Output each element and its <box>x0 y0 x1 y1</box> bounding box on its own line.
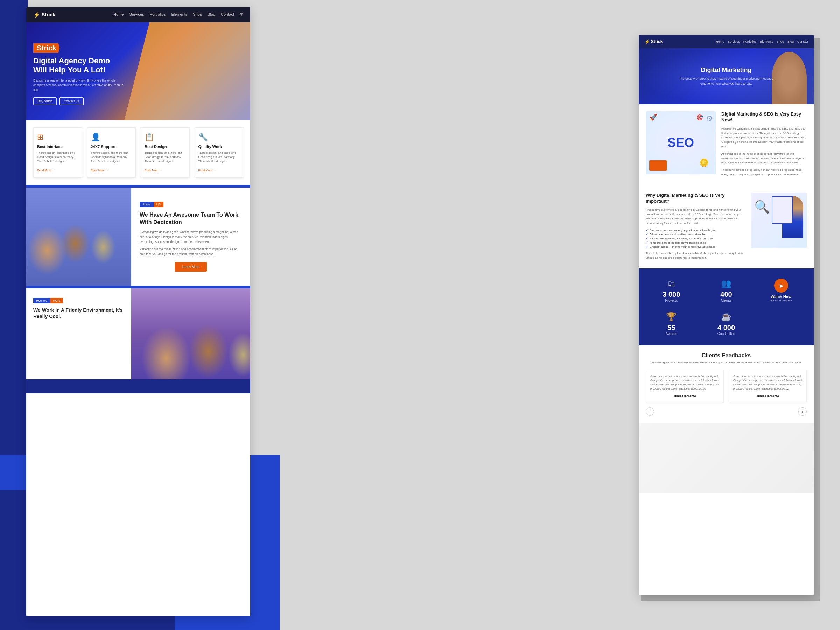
read-more-1[interactable]: Read More → <box>91 169 109 172</box>
buy-strick-button[interactable]: Buy Strick <box>33 97 57 105</box>
nav-home[interactable]: Home <box>114 12 123 17</box>
why-list-item-2: With encouragement, stimulus, and make t… <box>646 237 745 240</box>
right-nav-contact[interactable]: Contact <box>797 40 808 43</box>
right-website-mockup: ⚡ Strick Home Services Portfolios Elemen… <box>639 35 814 595</box>
feedback-section: Clients Feedbacks Everything we do is de… <box>639 346 814 423</box>
work-image <box>131 288 250 379</box>
target-icon: 🎯 <box>696 114 703 121</box>
learn-more-button[interactable]: Learn More <box>175 262 207 272</box>
stat-awards: 🏆 55 Awards <box>646 309 697 338</box>
prev-arrow[interactable]: ‹ <box>646 407 654 416</box>
right-hero-desc: The beauty of SEO is that, instead of pu… <box>677 77 775 86</box>
read-more-3[interactable]: Read More → <box>199 169 216 172</box>
clients-icon: 👥 <box>721 279 731 288</box>
left-website-mockup: ⚡ Strick Home Services Portfolios Elemen… <box>26 7 250 616</box>
read-more-0[interactable]: Read More → <box>37 169 55 172</box>
seo-desc-3: Therein he cannot be replaced, nor can h… <box>722 168 807 177</box>
why-content: Why Digital Marketing & SEO Is Very Impo… <box>646 193 745 263</box>
feedback-title: Clients Feedbacks <box>646 352 807 359</box>
seo-text: SEO <box>668 136 694 150</box>
hero-content: Strick Digital Agency Demo Will Help You… <box>33 43 124 105</box>
about-section: About US We Have An Awesome Team To Work… <box>26 188 250 286</box>
feedback-cards: Some of the classical videos are not pro… <box>646 369 807 403</box>
next-arrow[interactable]: › <box>798 407 807 416</box>
why-list: Employees are a company's greatest asset… <box>646 229 745 248</box>
right-logo: ⚡ Strick <box>644 39 663 44</box>
service-title-0: Best Interface <box>37 145 78 149</box>
clients-number: 400 <box>720 291 732 298</box>
nav-contact[interactable]: Contact <box>221 12 234 17</box>
work-tag: How we Work <box>33 298 63 303</box>
projects-number: 3 000 <box>663 291 680 298</box>
right-nav-portfolios[interactable]: Portfolios <box>744 40 757 43</box>
right-nav-services[interactable]: Services <box>728 40 740 43</box>
nav-blog[interactable]: Blog <box>208 12 215 17</box>
right-hero-person <box>772 52 807 104</box>
service-desc-0: There's design, and there isn't Good des… <box>37 151 78 163</box>
left-hero: Strick Digital Agency Demo Will Help You… <box>26 22 250 120</box>
projects-icon: 🗂 <box>667 279 676 288</box>
contact-us-button[interactable]: Contact us <box>60 97 84 105</box>
right-nav-blog[interactable]: Blog <box>788 40 794 43</box>
work-tag-orange: Work <box>50 298 63 303</box>
seo-illustration: ⚙ 🚀 🎯 🪙 SEO <box>646 111 716 174</box>
service-desc-1: There's design, and there isn't Good des… <box>91 151 132 163</box>
service-desc-2: There's design, and there isn't Good des… <box>145 151 186 163</box>
right-hero: Digital Marketing The beauty of SEO is t… <box>639 48 814 104</box>
play-button[interactable] <box>774 279 788 293</box>
coin-icon: 🪙 <box>699 158 709 167</box>
nav-services[interactable]: Services <box>129 12 144 17</box>
support-icon: 👤 <box>91 133 132 142</box>
stat-coffee: ☕ 4 000 Cup Coffee <box>701 309 752 338</box>
awards-icon: 🏆 <box>666 312 677 322</box>
why-illustration: 🔍 <box>751 193 807 248</box>
read-more-2[interactable]: Read More → <box>145 169 162 172</box>
right-nav-elements[interactable]: Elements <box>760 40 773 43</box>
bottom-strip <box>26 379 250 393</box>
about-desc-2: Perfection but the minimization and acco… <box>140 247 242 257</box>
feedback-subtitle: Everything we do is designed, whether we… <box>646 361 807 364</box>
blue-divider-2 <box>26 286 250 288</box>
right-nav-shop[interactable]: Shop <box>777 40 784 43</box>
nav-shop[interactable]: Shop <box>193 12 202 17</box>
service-title-1: 24X7 Support <box>91 145 132 149</box>
watch-now-title: Watch Now <box>771 295 791 299</box>
service-card-interface: ⊞ Best Interface There's design, and the… <box>33 127 82 178</box>
seo-title: Digital Marketing & SEO Is Very Easy Now… <box>722 111 807 123</box>
right-nav-links: Home Services Portfolios Elements Shop B… <box>716 40 808 43</box>
gear-icon: ⚙ <box>706 114 713 123</box>
hero-title: Digital Agency Demo Will Help You A Lot! <box>33 56 124 75</box>
projects-label: Projects <box>665 298 677 302</box>
awards-label: Awards <box>666 332 677 336</box>
seo-red-block <box>649 160 667 171</box>
about-tag: About US <box>140 202 242 207</box>
work-people <box>131 288 250 379</box>
left-nav-links: Home Services Portfolios Elements Shop B… <box>114 12 243 17</box>
feedback-navigation: ‹ › <box>646 407 807 416</box>
left-nav: ⚡ Strick Home Services Portfolios Elemen… <box>26 7 250 22</box>
about-content: About US We Have An Awesome Team To Work… <box>131 188 250 286</box>
hero-brand: Strick <box>33 43 60 53</box>
grid-icon: ⊞ <box>240 12 243 17</box>
seo-section: ⚙ 🚀 🎯 🪙 SEO Digital Marketing & SEO Is V… <box>639 104 814 187</box>
coffee-number: 4 000 <box>717 324 735 332</box>
why-title: Why Digital Marketing & SEO Is Very Impo… <box>646 193 745 204</box>
stat-clients: 👥 400 Clients <box>701 275 752 305</box>
service-title-3: Quality Work <box>199 145 240 149</box>
right-hero-title: Digital Marketing <box>701 66 752 74</box>
stat-projects: 🗂 3 000 Projects <box>646 275 697 305</box>
magnify-icon: 🔍 <box>754 199 770 214</box>
about-tag-blue: About <box>140 202 154 207</box>
feedback-author-1: Jimisa Korente <box>733 395 802 398</box>
right-nav: ⚡ Strick Home Services Portfolios Elemen… <box>639 35 814 48</box>
nav-portfolios[interactable]: Portfolios <box>150 12 166 17</box>
stats-section: 🗂 3 000 Projects 👥 400 Clients Watch Now… <box>639 268 814 346</box>
nav-elements[interactable]: Elements <box>171 12 187 17</box>
work-content: How we Work We Work In A Friedly Environ… <box>26 288 131 379</box>
right-logo-icon: ⚡ <box>644 39 650 44</box>
right-nav-home[interactable]: Home <box>716 40 724 43</box>
watch-now-subtitle: Our Work Process <box>770 299 793 302</box>
left-logo-text: Strick <box>42 12 55 17</box>
about-tag-orange: US <box>154 202 164 207</box>
why-list-item-3: Mintegral part of the company's mission … <box>646 241 745 244</box>
